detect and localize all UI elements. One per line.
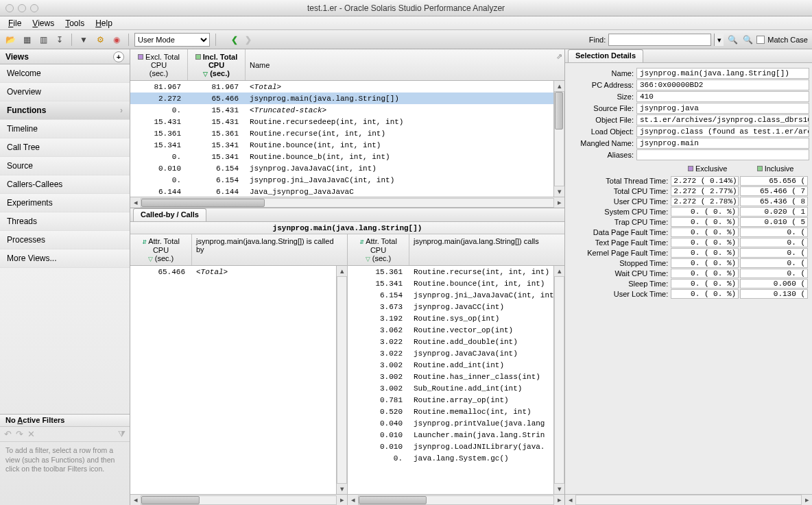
calls-rows[interactable]: 15.361Routine.recurse(int, int, int)15.3…	[348, 266, 553, 494]
menu-help[interactable]: Help	[91, 17, 117, 29]
table-row[interactable]: 0.15.431<Truncated-stack>	[130, 104, 553, 116]
sidebar-item-welcome[interactable]: Welcome	[0, 64, 130, 83]
table-row[interactable]: 15.43115.431Routine.recursedeep(int, int…	[130, 116, 553, 127]
table-row[interactable]: 0.040jsynprog.printValue(java.lang	[348, 417, 553, 429]
table-row[interactable]: 65.466<Total>	[130, 266, 336, 278]
sidebar-item-overview[interactable]: Overview	[0, 83, 130, 101]
called-by-vscroll[interactable]: ▴▾	[336, 266, 347, 494]
detail-label: Source File:	[568, 104, 636, 112]
detail-value[interactable]: 410	[636, 91, 809, 102]
open-icon[interactable]: 📂	[4, 34, 16, 46]
sidebar-item-label: Threads	[7, 217, 37, 226]
filter-icon[interactable]: ▼	[77, 34, 90, 46]
match-case-checkbox[interactable]	[756, 36, 765, 44]
undock-icon[interactable]: ⇗	[556, 52, 562, 58]
col-excl-cpu[interactable]: Excl. TotalCPU (sec.)	[130, 49, 188, 80]
sidebar-item-processes[interactable]: Processes	[0, 231, 130, 249]
find-prev-icon[interactable]: 🔍	[726, 34, 739, 46]
scroll-up-icon[interactable]: ▴	[554, 81, 564, 91]
menu-file[interactable]: File	[4, 17, 25, 29]
table-row[interactable]: 3.673jsynprog.JavaCC(int)	[348, 301, 553, 312]
sidebar-item-timeline[interactable]: Timeline	[0, 120, 130, 138]
calls-hscroll[interactable]: ◂▸	[348, 494, 564, 505]
menu-tools[interactable]: Tools	[61, 17, 88, 29]
table-row[interactable]: 2.27265.466jsynprog.main(java.lang.Strin…	[130, 93, 553, 104]
called-by-hscroll[interactable]: ◂▸	[130, 494, 347, 505]
metric-row: System CPU Time:0. ( 0. %)0.020 ( 1	[568, 206, 809, 217]
table-row[interactable]: 6.1446.144Java_jsynprog_JavaJavaC	[130, 186, 553, 197]
col-attr-cpu-2[interactable]: ⇵ Attr. TotalCPU ▽ (sec.)	[348, 234, 409, 265]
functions-vscroll[interactable]: ▴ ▾	[553, 81, 564, 197]
col-name[interactable]: Name	[246, 49, 564, 80]
functions-body[interactable]: 81.96781.967<Total>2.27265.466jsynprog.m…	[130, 81, 553, 197]
calls-vscroll[interactable]: ▴▾	[553, 266, 564, 494]
table-row[interactable]: 0.0106.154jsynprog.JavaJavaC(int, int)	[130, 162, 553, 174]
export-icon[interactable]: ↧	[53, 34, 66, 46]
menu-views[interactable]: Views	[28, 17, 58, 29]
functions-hscroll[interactable]: ◂ ▸	[130, 197, 564, 208]
settings-icon[interactable]: ⚙	[94, 34, 106, 46]
sidebar-item-more-views-[interactable]: More Views...	[0, 249, 130, 268]
sidebar-item-functions[interactable]: Functions›	[0, 101, 130, 120]
sidebar-item-source[interactable]: Source	[0, 157, 130, 175]
selection-hscroll[interactable]: ◂▸	[565, 494, 812, 505]
table-row[interactable]: 3.002Sub_Routine.add_int(int)	[348, 382, 553, 394]
detail-value[interactable]: st.1.er/archives/jsynprog.class_dbrs10	[636, 114, 809, 125]
find-input[interactable]	[608, 34, 711, 46]
table-row[interactable]: 0.010Launcher.main(java.lang.Strin	[348, 429, 553, 441]
detail-value[interactable]: 366:0x00000BD2	[636, 79, 809, 90]
table-row[interactable]: 15.36115.361Routine.recurse(int, int, in…	[130, 127, 553, 139]
table-row[interactable]: 15.341Routine.bounce(int, int, int)	[348, 278, 553, 289]
detail-value[interactable]	[636, 149, 809, 160]
detail-value[interactable]: jsynprog.class (found as test.1.er/arc	[636, 126, 809, 137]
find-dropdown-icon[interactable]: ▾	[714, 34, 724, 46]
find-next-icon[interactable]: 🔍	[741, 34, 754, 46]
detail-value[interactable]: jsynprog.main(java.lang.String[])	[636, 68, 809, 79]
mode-select[interactable]: User Mode	[134, 33, 210, 47]
col-attr-cpu[interactable]: ⇵ Attr. TotalCPU ▽ (sec.)	[130, 234, 192, 265]
table-row[interactable]: 15.361Routine.recurse(int, int, int)	[348, 266, 553, 278]
table-row[interactable]: 3.022jsynprog.JavaCJava(int)	[348, 347, 553, 359]
table-row[interactable]: 3.002Routine.has_inner_class(int)	[348, 371, 553, 382]
sidebar-item-call-tree[interactable]: Call Tree	[0, 138, 130, 157]
scroll-down-icon[interactable]: ▾	[554, 186, 564, 197]
menubar: File Views Tools Help	[0, 16, 812, 30]
detail-value[interactable]: jsynprog.main	[636, 138, 809, 149]
tab-selection-details[interactable]: Selection Details	[568, 49, 643, 62]
table-row[interactable]: 0.java.lang.System.gc()	[348, 452, 553, 464]
functions-table: ⇗ Excl. TotalCPU (sec.) Incl. TotalCPU ▽…	[130, 49, 564, 208]
detail-value[interactable]: jsynprog.java	[636, 103, 809, 114]
detail-label: Name:	[568, 69, 636, 77]
tab-called-by-calls[interactable]: Called-by / Calls	[133, 208, 206, 221]
table-row[interactable]: 3.002Routine.add_int(int)	[348, 359, 553, 371]
delete-icon[interactable]: ✕	[27, 429, 35, 439]
table-row[interactable]: 6.154jsynprog.jni_JavaJavaC(int, int)	[348, 289, 553, 301]
sidebar-item-experiments[interactable]: Experiments	[0, 194, 130, 212]
col-called-by-name[interactable]: jsynprog.main(java.lang.String[]) is cal…	[192, 234, 347, 265]
compare-icon[interactable]: ▥	[37, 34, 49, 46]
col-calls-name[interactable]: jsynprog.main(java.lang.String[]) calls	[409, 234, 564, 265]
table-row[interactable]: 0.6.154jsynprog.jni_JavaJavaC(int, int)	[130, 174, 553, 186]
aggregate-icon[interactable]: ▦	[21, 34, 33, 46]
table-row[interactable]: 0.010jsynprog.LoadJNILibrary(java.	[348, 441, 553, 452]
table-row[interactable]: 81.96781.967<Total>	[130, 81, 553, 93]
table-row[interactable]: 0.781Routine.array_op(int)	[348, 394, 553, 406]
table-row[interactable]: 15.34115.341Routine.bounce(int, int, int…	[130, 139, 553, 151]
add-view-icon[interactable]: +	[113, 51, 124, 62]
table-row[interactable]: 3.062Routine.vector_op(int)	[348, 324, 553, 336]
app-icon[interactable]: ◉	[110, 34, 123, 46]
scroll-left-icon[interactable]: ◂	[130, 198, 141, 207]
undo-icon[interactable]: ↶	[4, 429, 12, 439]
table-row[interactable]: 3.192Routine.sys_op(int)	[348, 312, 553, 324]
redo-icon[interactable]: ↷	[16, 429, 23, 439]
table-row[interactable]: 3.022Routine.add_double(int)	[348, 336, 553, 347]
scroll-right-icon[interactable]: ▸	[554, 198, 564, 207]
funnel-icon[interactable]: ⧩	[118, 429, 126, 440]
table-row[interactable]: 0.15.341Routine.bounce_b(int, int, int)	[130, 151, 553, 162]
col-incl-cpu[interactable]: Incl. TotalCPU ▽ (sec.)	[188, 49, 246, 80]
table-row[interactable]: 0.520Routine.memalloc(int, int)	[348, 406, 553, 417]
sidebar-item-threads[interactable]: Threads	[0, 212, 130, 231]
called-by-rows[interactable]: 65.466<Total>	[130, 266, 336, 494]
sidebar-item-callers-callees[interactable]: Callers-Callees	[0, 175, 130, 194]
nav-back-icon[interactable]: ❮	[228, 34, 241, 46]
